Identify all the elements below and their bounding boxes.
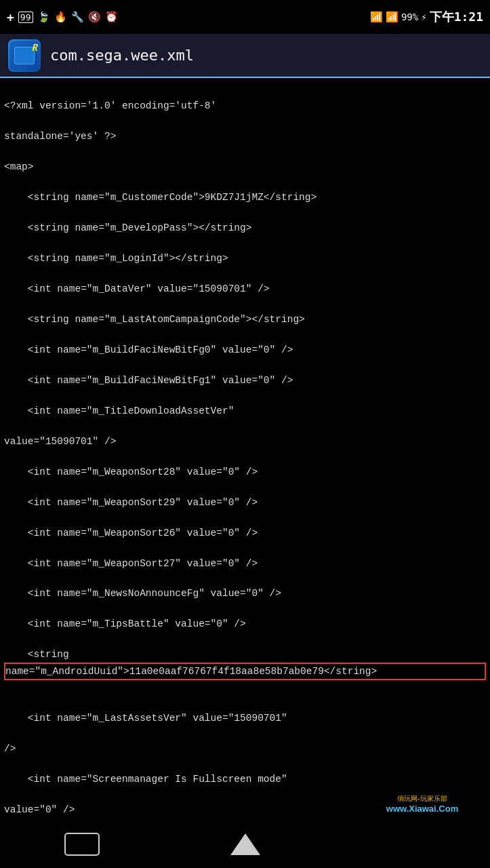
recents-button[interactable] [55, 827, 109, 861]
fire-icon: 🔥 [54, 11, 67, 23]
home-button[interactable] [218, 827, 272, 861]
signal-icon: 📶 [386, 11, 399, 23]
xml-line-22: <int name="m_LastAssetsVer" value="15090… [4, 713, 287, 724]
app-icon: R [8, 39, 41, 72]
watermark: 俏玩网-玩家乐部 www.Xiawai.Com [354, 787, 490, 821]
xml-line-21: <string [4, 649, 69, 660]
xml-line-4: <string name="m_CustomerCode">9KDZ7J1jMZ… [4, 192, 275, 203]
battery-percent: 99% [401, 12, 418, 22]
nav-bar [0, 821, 490, 868]
xml-line-24: <int name="Screenmanager Is Fullscreen m… [4, 774, 287, 785]
plus-icon: + [7, 10, 14, 24]
home-icon [230, 833, 260, 855]
xml-line-8: <int name="m_DataVer" value="15090701" /… [4, 283, 270, 294]
alarm-icon: ⏰ [105, 11, 118, 23]
xml-line-14: value="15090701" /> [4, 436, 116, 447]
xml-line-20: <int name="m_TipsBattle" value="0" /> [4, 618, 246, 629]
wifi-icon: 📶 [370, 11, 383, 23]
status-left-icons: + 99 🍃 🔥 🔧 🔇 ⏰ [7, 10, 118, 24]
xml-line-23: /> [4, 743, 16, 754]
status-bar: + 99 🍃 🔥 🔧 🔇 ⏰ 📶 📶 99% ⚡ 下午1:21 [0, 0, 490, 34]
watermark-line2: www.Xiawai.Com [386, 804, 458, 814]
leaf-icon: 🍃 [37, 11, 50, 23]
status-right-icons: 📶 📶 99% ⚡ 下午1:21 [370, 9, 483, 25]
watermark-line1: 俏玩网-玩家乐部 [397, 794, 447, 804]
xml-line-18: <int name="m_WeaponSort27" value="0" /> [4, 558, 258, 569]
mute-icon: 🔇 [88, 11, 101, 23]
charging-icon: ⚡ [421, 12, 426, 22]
content-area[interactable]: <?xml version='1.0' encoding='utf-8' sta… [0, 78, 490, 821]
xml-line-9: <string name="m_LastAtomCampaignCode"></ [4, 314, 264, 325]
wrench-icon: 🔧 [71, 11, 84, 23]
battery-count-icon: 99 [18, 12, 33, 23]
xml-line-16: <int name="m_WeaponSort29" value="0" /> [4, 497, 258, 508]
xml-line-7: <string name="m_LoginId"></string> [4, 253, 228, 264]
xml-line-19: <int name="m_NewsNoAnnounceFg" value="0"… [4, 588, 281, 599]
app-icon-letter: R [32, 42, 37, 53]
file-title: com.sega.wee.xml [50, 47, 194, 64]
title-bar: R com.sega.wee.xml [0, 34, 490, 78]
xml-line-2: standalone='yes' ?> [4, 131, 116, 142]
xml-highlighted-line: name="m_AndroidUuid">11a0e0aaf76767f4f18… [4, 663, 486, 680]
xml-viewer: <?xml version='1.0' encoding='utf-8' sta… [4, 83, 486, 821]
recents-icon [64, 833, 100, 856]
xml-line-17: <int name="m_WeaponSort26" value="0" /> [4, 528, 258, 538]
xml-line-13: <int name="m_TitleDownloadAssetVer" [4, 406, 234, 416]
xml-line-6: <string name="m_DevelopPass"></string> [4, 222, 251, 233]
xml-line-11: <int name="m_BuildFaciNewBitFg0" value="… [4, 344, 293, 355]
xml-line-5: string> [275, 192, 317, 203]
xml-line-12: <int name="m_BuildFaciNewBitFg1" value="… [4, 375, 293, 386]
xml-line-25: value="0" /> [4, 804, 75, 815]
xml-line-15: <int name="m_WeaponSort28" value="0" /> [4, 467, 258, 477]
xml-line-3: <map> [4, 161, 34, 172]
time-display: 下午1:21 [430, 9, 483, 25]
xml-line-1: <?xml version='1.0' encoding='utf-8' [4, 100, 216, 111]
xml-line-10: string> [264, 314, 305, 325]
